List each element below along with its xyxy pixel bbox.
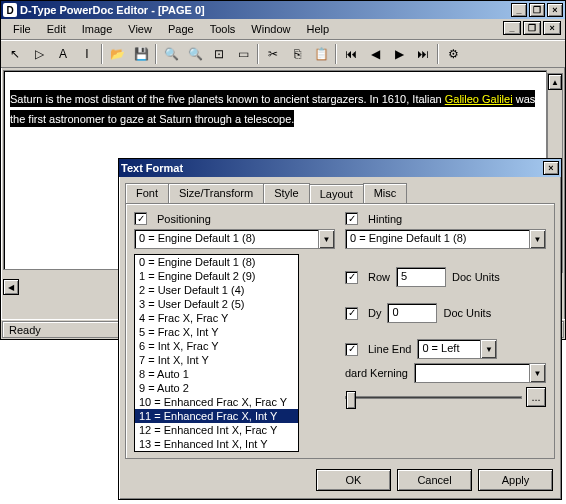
positioning-option[interactable]: 11 = Enhanced Frac X, Int Y: [135, 409, 298, 423]
app-icon: D: [3, 3, 17, 17]
lineend-combo[interactable]: 0 = Left ▼: [417, 339, 497, 359]
positioning-option[interactable]: 3 = User Default 2 (5): [135, 297, 298, 311]
menu-help[interactable]: Help: [298, 21, 337, 37]
tab-strip: Font Size/Transform Style Layout Misc: [125, 183, 555, 203]
lineend-value: 0 = Left: [418, 340, 480, 358]
menu-image[interactable]: Image: [74, 21, 121, 37]
chevron-down-icon[interactable]: ▼: [529, 364, 545, 382]
zoom-in-icon[interactable]: 🔍: [160, 43, 182, 65]
positioning-option[interactable]: 4 = Frac X, Frac Y: [135, 311, 298, 325]
hinting-checkbox[interactable]: [345, 212, 358, 225]
positioning-option[interactable]: 6 = Int X, Frac Y: [135, 339, 298, 353]
dialog-titlebar: Text Format ×: [119, 159, 561, 177]
menu-view[interactable]: View: [120, 21, 160, 37]
tab-style[interactable]: Style: [263, 183, 309, 203]
positioning-option[interactable]: 10 = Enhanced Frac X, Frac Y: [135, 395, 298, 409]
text-format-dialog: Text Format × Font Size/Transform Style …: [118, 158, 562, 500]
apply-button[interactable]: Apply: [478, 469, 553, 491]
lineend-label: Line End: [368, 343, 411, 355]
positioning-option[interactable]: 1 = Engine Default 2 (9): [135, 269, 298, 283]
positioning-option[interactable]: 5 = Frac X, Int Y: [135, 325, 298, 339]
selected-text[interactable]: Saturn is the most distant of the five p…: [10, 90, 535, 127]
row-label: Row: [368, 271, 390, 283]
cut-icon[interactable]: ✂: [262, 43, 284, 65]
next-icon[interactable]: ▶: [388, 43, 410, 65]
kerning-combo[interactable]: ▼: [414, 363, 546, 383]
positioning-combo[interactable]: 0 = Engine Default 1 (8) ▼: [134, 229, 335, 249]
ibeam-icon[interactable]: I: [76, 43, 98, 65]
positioning-option[interactable]: 2 = User Default 1 (4): [135, 283, 298, 297]
chevron-down-icon[interactable]: ▼: [529, 230, 545, 248]
dy-units: Doc Units: [443, 307, 491, 319]
page-icon[interactable]: ▭: [232, 43, 254, 65]
scroll-left-icon[interactable]: ◀: [3, 279, 19, 295]
slider-thumb[interactable]: [346, 391, 356, 409]
menu-window[interactable]: Window: [243, 21, 298, 37]
dy-label: Dy: [368, 307, 381, 319]
positioning-option[interactable]: 9 = Auto 2: [135, 381, 298, 395]
menu-edit[interactable]: Edit: [39, 21, 74, 37]
text-tool-icon[interactable]: A: [52, 43, 74, 65]
mdi-close-button[interactable]: ×: [543, 21, 561, 35]
scroll-up-icon[interactable]: ▲: [548, 74, 562, 90]
maximize-button[interactable]: ❐: [529, 3, 545, 17]
ellipsis-button[interactable]: ...: [526, 387, 546, 407]
settings-icon[interactable]: ⚙: [442, 43, 464, 65]
dialog-button-row: OK Cancel Apply: [119, 465, 561, 495]
chevron-down-icon[interactable]: ▼: [318, 230, 334, 248]
positioning-option[interactable]: 12 = Enhanced Int X, Frac Y: [135, 423, 298, 437]
menubar: File Edit Image View Page Tools Window H…: [1, 19, 565, 40]
positioning-option[interactable]: 8 = Auto 1: [135, 367, 298, 381]
toolbar: ↖ ▷ A I 📂 💾 🔍 🔍 ⊡ ▭ ✂ ⎘ 📋 ⏮ ◀ ▶ ⏭ ⚙: [1, 40, 565, 68]
hinting-label: Hinting: [368, 213, 402, 225]
arrow-icon[interactable]: ↖: [4, 43, 26, 65]
save-icon[interactable]: 💾: [130, 43, 152, 65]
window-title: D-Type PowerDoc Editor - [PAGE 0]: [20, 4, 205, 16]
menu-file[interactable]: File: [5, 21, 39, 37]
galileo-link[interactable]: Galileo Galilei: [445, 93, 513, 105]
layout-panel: Positioning 0 = Engine Default 1 (8) ▼ 0…: [125, 203, 555, 459]
cancel-button[interactable]: Cancel: [397, 469, 472, 491]
positioning-option[interactable]: 7 = Int X, Int Y: [135, 353, 298, 367]
mdi-maximize-button[interactable]: ❐: [523, 21, 541, 35]
tab-font[interactable]: Font: [125, 183, 169, 203]
minimize-button[interactable]: _: [511, 3, 527, 17]
open-icon[interactable]: 📂: [106, 43, 128, 65]
menu-page[interactable]: Page: [160, 21, 202, 37]
tab-size-transform[interactable]: Size/Transform: [168, 183, 264, 203]
tab-layout[interactable]: Layout: [309, 184, 364, 204]
ok-button[interactable]: OK: [316, 469, 391, 491]
main-titlebar: D D-Type PowerDoc Editor - [PAGE 0] _ ❐ …: [1, 1, 565, 19]
copy-icon[interactable]: ⎘: [286, 43, 308, 65]
dy-checkbox[interactable]: [345, 307, 358, 320]
zoom-out-icon[interactable]: 🔍: [184, 43, 206, 65]
last-icon[interactable]: ⏭: [412, 43, 434, 65]
dy-input[interactable]: 0: [387, 303, 437, 323]
row-units: Doc Units: [452, 271, 500, 283]
prev-icon[interactable]: ◀: [364, 43, 386, 65]
first-icon[interactable]: ⏮: [340, 43, 362, 65]
paste-icon[interactable]: 📋: [310, 43, 332, 65]
tab-misc[interactable]: Misc: [363, 183, 408, 203]
kerning-slider[interactable]: [345, 396, 522, 399]
dialog-close-button[interactable]: ×: [543, 161, 559, 175]
positioning-option[interactable]: 13 = Enhanced Int X, Int Y: [135, 437, 298, 451]
hinting-value: 0 = Engine Default 1 (8): [346, 230, 529, 248]
positioning-value: 0 = Engine Default 1 (8): [135, 230, 318, 248]
positioning-dropdown[interactable]: 0 = Engine Default 1 (8)1 = Engine Defau…: [134, 254, 299, 452]
positioning-checkbox[interactable]: [134, 212, 147, 225]
kerning-value: [415, 364, 529, 382]
mdi-minimize-button[interactable]: _: [503, 21, 521, 35]
positioning-option[interactable]: 0 = Engine Default 1 (8): [135, 255, 298, 269]
pointer-icon[interactable]: ▷: [28, 43, 50, 65]
fit-icon[interactable]: ⊡: [208, 43, 230, 65]
chevron-down-icon[interactable]: ▼: [480, 340, 496, 358]
hinting-combo[interactable]: 0 = Engine Default 1 (8) ▼: [345, 229, 546, 249]
row-input[interactable]: 5: [396, 267, 446, 287]
row-checkbox[interactable]: [345, 271, 358, 284]
kerning-label: dard Kerning: [345, 367, 408, 379]
lineend-checkbox[interactable]: [345, 343, 358, 356]
menu-tools[interactable]: Tools: [202, 21, 244, 37]
dialog-title: Text Format: [121, 162, 183, 174]
close-button[interactable]: ×: [547, 3, 563, 17]
